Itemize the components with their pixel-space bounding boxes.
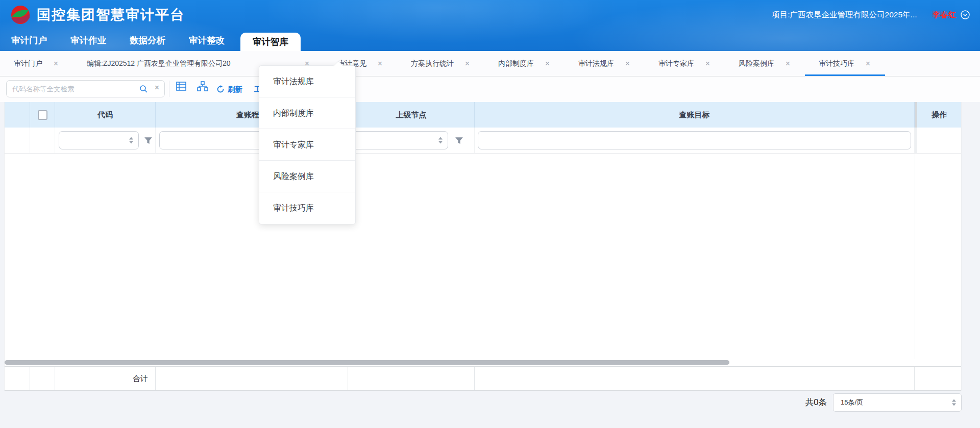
filter-cell-code bbox=[55, 128, 156, 153]
summary-cell-action bbox=[917, 367, 961, 390]
main-nav: 审计门户 审计作业 数据分析 审计整改 审计智库 bbox=[0, 30, 980, 51]
target-filter-input[interactable] bbox=[478, 131, 911, 149]
tab-label: 方案执行统计 bbox=[411, 59, 454, 68]
app-title: 国控集团智慧审计平台 bbox=[37, 6, 185, 24]
select-chevrons-icon bbox=[129, 137, 133, 144]
tab-label: 审计技巧库 bbox=[819, 59, 854, 68]
page-size-value: 15条/页 bbox=[841, 398, 863, 407]
tree-view-icon[interactable] bbox=[197, 81, 208, 92]
refresh-button[interactable]: 刷新 bbox=[216, 77, 242, 102]
toolbar: × 刷新 工具 bbox=[0, 77, 980, 102]
header-cell-index bbox=[5, 102, 30, 128]
select-all-checkbox[interactable] bbox=[38, 110, 47, 120]
close-tab-icon[interactable]: × bbox=[624, 59, 631, 68]
tab-label: 内部制度库 bbox=[498, 59, 534, 68]
horizontal-scrollbar bbox=[5, 359, 961, 366]
filter-cell-action bbox=[917, 128, 961, 153]
header-cell-select bbox=[30, 102, 55, 128]
tab-plan-exec-stats[interactable]: 方案执行统计 × bbox=[397, 51, 484, 76]
code-filter-select[interactable] bbox=[59, 131, 139, 149]
header-cell-target: 查账目标 bbox=[475, 102, 915, 128]
nav-item-data-analysis[interactable]: 数据分析 bbox=[130, 30, 165, 51]
search-box: × bbox=[6, 80, 165, 97]
tab-audit-portal[interactable]: 审计门户 × bbox=[0, 51, 73, 76]
menu-item-audit-skill-lib[interactable]: 审计技巧库 bbox=[259, 192, 355, 224]
table-body-empty bbox=[5, 154, 961, 359]
close-tab-icon[interactable]: × bbox=[53, 59, 59, 68]
tab-audit-regulation-lib[interactable]: 审计法规库 × bbox=[565, 51, 645, 76]
tab-internal-policy-lib[interactable]: 内部制度库 × bbox=[484, 51, 565, 76]
nav-item-audit-rectification[interactable]: 审计整改 bbox=[189, 30, 225, 51]
fixed-column-divider bbox=[915, 154, 915, 359]
header-cell-parent: 上级节点 bbox=[348, 102, 475, 128]
select-chevrons-icon bbox=[438, 137, 443, 144]
tab-label: 编辑:ZJ202512 广西农垦企业管理有限公司20 bbox=[87, 59, 231, 68]
nav-item-audit-knowledge[interactable]: 审计智库 bbox=[240, 33, 301, 51]
filter-cell-target bbox=[475, 128, 915, 153]
clear-search-icon[interactable]: × bbox=[155, 83, 159, 92]
summary-cell-procedure bbox=[156, 367, 348, 390]
filter-row bbox=[5, 128, 961, 154]
filter-funnel-icon[interactable] bbox=[455, 136, 463, 145]
filter-funnel-icon[interactable] bbox=[144, 136, 153, 145]
close-tab-icon[interactable]: × bbox=[377, 59, 383, 68]
page-size-select[interactable]: 15条/页 bbox=[833, 393, 962, 412]
search-icon[interactable] bbox=[139, 85, 148, 93]
tab-label: 审计法规库 bbox=[578, 59, 614, 68]
pagination-bar: 共0条 15条/页 bbox=[805, 393, 962, 412]
close-tab-icon[interactable]: × bbox=[785, 59, 791, 68]
brand-logo-icon bbox=[10, 5, 31, 25]
open-tabs-bar: 审计门户 × 编辑:ZJ202512 广西农垦企业管理有限公司20 × 审计意见… bbox=[0, 51, 980, 77]
filter-cell-index bbox=[5, 128, 30, 153]
header-cell-action: 操作 bbox=[917, 102, 961, 128]
user-name[interactable]: 李春红 bbox=[933, 10, 957, 20]
topbar: 国控集团智慧审计平台 项目:广西农垦企业管理有限公司2025年... 李春红 审… bbox=[0, 0, 980, 51]
nav-item-audit-work[interactable]: 审计作业 bbox=[70, 30, 106, 51]
user-menu-chevron-icon[interactable] bbox=[961, 10, 970, 19]
summary-row: 合计 bbox=[5, 366, 961, 391]
tab-label: 审计专家库 bbox=[658, 59, 694, 68]
summary-cell-parent bbox=[348, 367, 475, 390]
audit-skill-table: 代码 查账程序 上级节点 查账目标 操作 bbox=[4, 102, 962, 391]
tab-risk-case-lib[interactable]: 风险案例库 × bbox=[725, 51, 805, 76]
summary-total-label: 合计 bbox=[55, 367, 156, 390]
knowledge-lib-dropdown-menu: 审计法规库 内部制度库 审计专家库 风险案例库 审计技巧库 bbox=[259, 65, 356, 224]
parent-filter-select[interactable] bbox=[351, 131, 448, 149]
nav-item-audit-portal[interactable]: 审计门户 bbox=[11, 30, 47, 51]
header-row: 国控集团智慧审计平台 项目:广西农垦企业管理有限公司2025年... 李春红 bbox=[0, 0, 980, 30]
refresh-label: 刷新 bbox=[228, 85, 242, 94]
filter-cell-parent bbox=[348, 128, 475, 153]
summary-cell-target bbox=[475, 367, 915, 390]
tab-audit-skill-lib[interactable]: 审计技巧库 × bbox=[805, 51, 885, 76]
refresh-icon bbox=[216, 85, 225, 93]
table-header-row: 代码 查账程序 上级节点 查账目标 操作 bbox=[5, 102, 961, 128]
detail-table-icon[interactable] bbox=[176, 81, 187, 92]
select-chevrons-icon bbox=[952, 399, 956, 406]
menu-item-audit-expert-lib[interactable]: 审计专家库 bbox=[259, 129, 355, 161]
toolbar-divider bbox=[169, 81, 169, 97]
close-tab-icon[interactable]: × bbox=[865, 59, 871, 68]
tab-audit-expert-lib[interactable]: 审计专家库 × bbox=[645, 51, 725, 76]
horizontal-scrollbar-thumb[interactable] bbox=[5, 360, 729, 365]
tab-label: 审计门户 bbox=[14, 59, 42, 68]
summary-cell-select bbox=[30, 367, 55, 390]
filter-cell-select bbox=[30, 128, 55, 153]
close-tab-icon[interactable]: × bbox=[704, 59, 711, 68]
menu-item-audit-regulation-lib[interactable]: 审计法规库 bbox=[259, 66, 355, 97]
audit-platform-app: 国控集团智慧审计平台 项目:广西农垦企业管理有限公司2025年... 李春红 审… bbox=[0, 0, 980, 428]
summary-cell-index bbox=[5, 367, 30, 390]
header-cell-code: 代码 bbox=[55, 102, 156, 128]
project-label: 项目:广西农垦企业管理有限公司2025年... bbox=[772, 10, 917, 20]
tab-label: 风险案例库 bbox=[739, 59, 774, 68]
close-tab-icon[interactable]: × bbox=[544, 59, 551, 68]
menu-item-internal-policy-lib[interactable]: 内部制度库 bbox=[259, 97, 355, 129]
total-count-label: 共0条 bbox=[805, 397, 827, 408]
close-tab-icon[interactable]: × bbox=[464, 59, 471, 68]
menu-item-risk-case-lib[interactable]: 风险案例库 bbox=[259, 161, 355, 192]
